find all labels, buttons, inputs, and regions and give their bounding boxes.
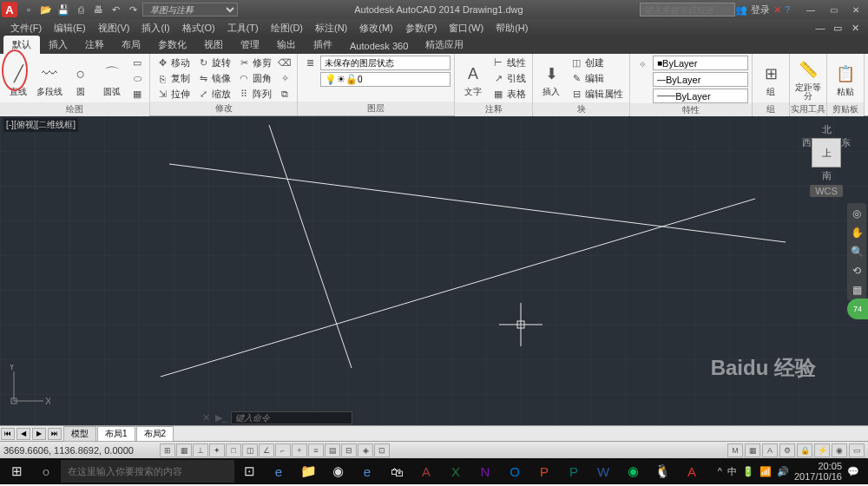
qv-button[interactable]: ▦ [745,443,760,457]
help-search-input[interactable] [640,3,735,16]
app-qq-icon[interactable]: 🐧 [648,458,677,484]
explode-button[interactable]: ✧ [276,71,293,86]
tray-wifi-icon[interactable]: 📶 [760,466,772,477]
undo-icon[interactable]: ↶ [108,2,123,17]
line-button[interactable]: ╱直线 [3,56,33,102]
tray-volume-icon[interactable]: 🔊 [777,466,789,477]
isolate-button[interactable]: ◉ [832,443,847,457]
maximize-button[interactable]: ▭ [823,3,844,16]
layer-props-button[interactable]: ≣ [301,56,319,70]
arc-button[interactable]: ⌒圆弧 [97,56,127,102]
redo-icon[interactable]: ↷ [125,2,141,17]
menu-window[interactable]: 窗口(W) [444,20,489,36]
qp-toggle[interactable]: ⊟ [341,443,357,457]
tab-parametric[interactable]: 参数化 [149,36,195,54]
viewcube-west[interactable]: 西 [802,136,812,169]
scale-button[interactable]: ⤢缩放 [194,87,233,102]
tab-manage[interactable]: 管理 [232,36,268,54]
menu-param[interactable]: 参数(P) [400,20,443,36]
fillet-button[interactable]: ◠圆角 [235,71,274,86]
menu-edit[interactable]: 编辑(E) [49,20,91,36]
paste-button[interactable]: 📋粘贴 [831,56,860,102]
tray-ime-icon[interactable]: 中 [727,465,737,478]
doc-restore-button[interactable]: ▭ [830,20,845,36]
lineweight-combo[interactable]: — ByLayer [653,72,748,87]
tab-first-icon[interactable]: ⏮ [1,428,15,440]
menu-file[interactable]: 文件(F) [5,20,47,36]
menu-modify[interactable]: 修改(M) [354,20,398,36]
linear-dim-button[interactable]: ⊢线性 [490,56,529,70]
start-button[interactable]: ⊞ [2,458,31,484]
tpy-toggle[interactable]: ▤ [325,443,340,457]
create-block-button[interactable]: ◫创建 [568,56,626,70]
menu-draw[interactable]: 绘图(D) [266,20,308,36]
saveas-icon[interactable]: ⎙ [73,2,89,17]
edit-attr-button[interactable]: ⊟编辑属性 [568,87,626,102]
viewcube-north[interactable]: 北 [822,123,832,136]
menu-dimension[interactable]: 标注(N) [310,20,352,36]
otrack-toggle[interactable]: ∠ [259,443,274,457]
tab-annotate[interactable]: 注释 [76,36,113,54]
app-word-icon[interactable]: W [589,458,618,484]
user-icon[interactable]: 👥 [735,4,747,16]
lock-ui-button[interactable]: 🔒 [797,443,812,457]
cortana-icon[interactable]: ○ [31,458,61,484]
move-button[interactable]: ✥移动 [154,56,193,70]
help-icon[interactable]: ? [785,4,790,15]
polar-toggle[interactable]: ✦ [209,443,225,457]
taskbar-search-input[interactable] [61,460,234,483]
hardware-accel-button[interactable]: ⚡ [814,443,830,457]
hatch-button[interactable]: ▦ [128,87,146,102]
annoscale-button[interactable]: A [762,443,778,457]
zoom-icon[interactable]: 🔍 [849,244,865,259]
stretch-button[interactable]: ⇲拉伸 [154,87,193,102]
viewcube-wcs[interactable]: WCS [810,185,843,197]
app-wechat-icon[interactable]: ◉ [618,458,648,484]
tab-last-icon[interactable]: ⏭ [48,428,62,440]
tab-featured[interactable]: 精选应用 [417,36,472,54]
viewcube[interactable]: 北 西上东 南 WCS [800,123,852,184]
open-icon[interactable]: 📂 [38,2,54,17]
leader-button[interactable]: ↗引线 [490,71,529,86]
tray-power-icon[interactable]: 🔋 [742,466,754,477]
dyn-toggle[interactable]: + [292,443,307,457]
menu-format[interactable]: 格式(O) [177,20,220,36]
insert-block-button[interactable]: ⬇插入 [536,56,566,102]
menu-view[interactable]: 视图(V) [93,20,135,36]
model-button[interactable]: M [727,443,743,457]
layer-combo[interactable]: 💡 ☀ 🔓 0 [320,72,450,87]
polyline-button[interactable]: 〰多段线 [35,56,64,102]
showmotion-icon[interactable]: ▦ [849,282,865,298]
app-autocad-icon[interactable]: A [677,458,707,484]
layer-state-combo[interactable]: 未保存的图层状态 [320,56,450,70]
edit-block-button[interactable]: ✎编辑 [568,71,626,86]
group-button[interactable]: ⊞组 [756,56,786,102]
doc-close-button[interactable]: ✕ [847,20,863,36]
rotate-button[interactable]: ↻旋转 [194,56,233,70]
login-link[interactable]: 登录 [751,3,770,16]
am-toggle[interactable]: ⊡ [374,443,390,457]
sc-toggle[interactable]: ◈ [358,443,373,457]
pan-icon[interactable]: ✋ [849,225,865,240]
taskview-icon[interactable]: ⊡ [234,458,264,484]
app-chrome-icon[interactable]: ◉ [323,458,352,484]
menu-tools[interactable]: 工具(T) [222,20,264,36]
array-button[interactable]: ⠿阵列 [235,87,274,102]
table-button[interactable]: ▦表格 [490,87,529,102]
tab-prev-icon[interactable]: ◀ [16,428,30,440]
app-store-icon[interactable]: 🛍 [382,458,411,484]
steering-wheel-icon[interactable]: ◎ [849,206,865,221]
3dosnap-toggle[interactable]: ◫ [242,443,258,457]
orbit-icon[interactable]: ⟲ [849,263,865,279]
tab-insert[interactable]: 插入 [40,36,76,54]
minimize-button[interactable]: — [800,3,821,16]
workspace-selector[interactable]: 草图与注释 [142,3,238,16]
measure-button[interactable]: 📏定距等分 [793,56,823,102]
text-button[interactable]: A文字 [458,56,488,102]
tab-layout2[interactable]: 布局2 [136,426,174,442]
app-access-icon[interactable]: A [411,458,441,484]
erase-button[interactable]: ⌫ [276,56,293,70]
offset-button[interactable]: ⧉ [276,87,293,102]
ducs-toggle[interactable]: ⌐ [275,443,291,457]
tray-up-icon[interactable]: ^ [718,466,722,476]
